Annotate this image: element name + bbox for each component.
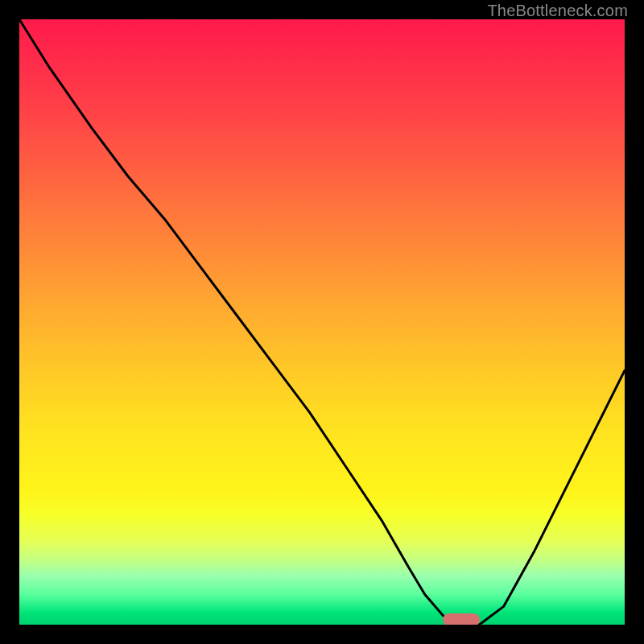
chart-container: TheBottleneck.com [0, 0, 644, 644]
watermark-text: TheBottleneck.com [487, 2, 628, 20]
curve-svg [19, 19, 625, 625]
optimal-marker [443, 613, 479, 625]
plot-area [19, 19, 625, 625]
bottleneck-curve-path [19, 19, 625, 625]
